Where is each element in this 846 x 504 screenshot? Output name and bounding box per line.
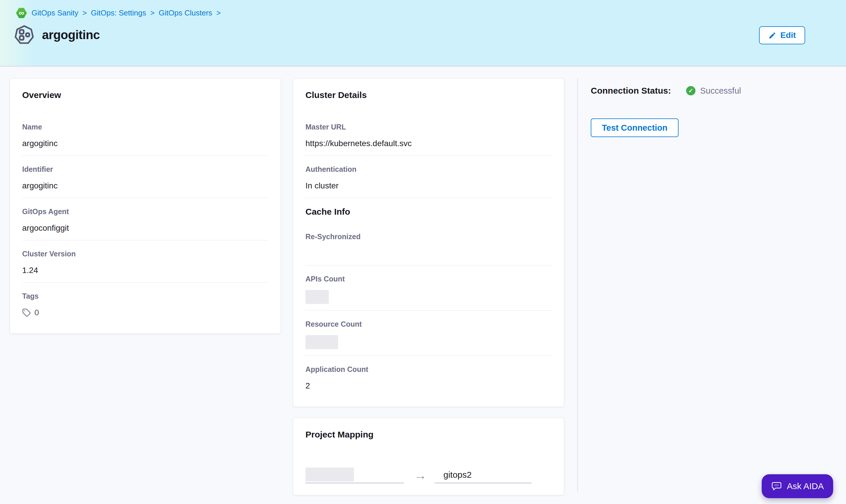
field-value: 1.24 bbox=[22, 265, 269, 276]
main-content: Overview Name argogitinc Identifier argo… bbox=[0, 67, 846, 492]
gitops-logo-icon: ∞ bbox=[16, 7, 27, 18]
breadcrumb-separator: > bbox=[82, 8, 87, 18]
breadcrumb-link-gitops-sanity[interactable]: GitOps Sanity bbox=[32, 8, 78, 18]
tags-count: 0 bbox=[34, 307, 39, 318]
overview-field-gitops-agent: GitOps Agent argoconfiggit bbox=[22, 207, 269, 240]
field-label: Name bbox=[22, 122, 269, 131]
mapping-arrow-icon: → bbox=[414, 469, 427, 482]
field-value: argogitinc bbox=[22, 180, 269, 191]
overview-field-name: Name argogitinc bbox=[22, 122, 269, 156]
field-label: Master URL bbox=[305, 122, 552, 131]
field-label: Re-Sychronized bbox=[305, 232, 552, 241]
page-title: argogitinc bbox=[42, 28, 100, 42]
details-field-master-url: Master URL https://kubernetes.default.sv… bbox=[305, 122, 552, 156]
cache-info-heading: Cache Info bbox=[305, 207, 552, 217]
field-value-empty bbox=[305, 248, 552, 259]
field-label: Application Count bbox=[305, 364, 552, 374]
page-header: ∞ GitOps Sanity > GitOps: Settings > Git… bbox=[0, 0, 846, 67]
mapping-source-field bbox=[305, 468, 404, 483]
title-row: argogitinc bbox=[0, 25, 846, 45]
project-mapping-card: Project Mapping → gitops2 bbox=[293, 418, 564, 495]
overview-field-cluster-version: Cluster Version 1.24 bbox=[22, 249, 269, 283]
field-value: 2 bbox=[305, 380, 552, 392]
mapping-target-field: gitops2 bbox=[435, 470, 532, 483]
breadcrumb-link-gitops-settings[interactable]: GitOps: Settings bbox=[91, 8, 146, 18]
details-field-authentication: Authentication In cluster bbox=[305, 164, 552, 198]
breadcrumb-link-gitops-clusters[interactable]: GitOps Clusters bbox=[159, 8, 212, 18]
cache-field-resynchronized: Re-Sychronized bbox=[305, 232, 552, 266]
overview-card: Overview Name argogitinc Identifier argo… bbox=[10, 78, 281, 334]
chat-bubble-icon bbox=[771, 481, 782, 492]
connection-status-value: Successful bbox=[700, 86, 741, 96]
field-label: Tags bbox=[22, 291, 269, 301]
field-value: https://kubernetes.default.svc bbox=[305, 138, 552, 149]
ask-aida-label: Ask AIDA bbox=[787, 481, 824, 491]
overview-field-tags: Tags 0 bbox=[22, 291, 269, 325]
connection-status-label: Connection Status: bbox=[591, 86, 671, 96]
connection-panel: Connection Status: ✓ Successful Test Con… bbox=[577, 78, 846, 492]
ask-aida-button[interactable]: Ask AIDA bbox=[762, 474, 833, 498]
field-label: Resource Count bbox=[305, 319, 552, 329]
cache-field-apis-count: APIs Count bbox=[305, 274, 552, 311]
skeleton-placeholder bbox=[305, 468, 354, 482]
field-label: GitOps Agent bbox=[22, 207, 269, 216]
breadcrumb-separator: > bbox=[150, 8, 155, 18]
edit-button[interactable]: Edit bbox=[759, 26, 805, 44]
pencil-icon bbox=[769, 32, 776, 39]
cluster-details-card: Cluster Details Master URL https://kuber… bbox=[293, 78, 564, 407]
test-connection-button[interactable]: Test Connection bbox=[591, 119, 679, 137]
project-mapping-heading: Project Mapping bbox=[305, 430, 552, 439]
cache-field-resource-count: Resource Count bbox=[305, 319, 552, 356]
skeleton-placeholder bbox=[305, 290, 329, 304]
skeleton-placeholder bbox=[305, 335, 338, 349]
mapping-target-value: gitops2 bbox=[444, 470, 472, 480]
field-label: APIs Count bbox=[305, 274, 552, 284]
field-label: Identifier bbox=[22, 164, 269, 174]
cluster-details-heading: Cluster Details bbox=[305, 90, 552, 100]
project-mapping-row: → gitops2 bbox=[305, 468, 552, 483]
breadcrumb: ∞ GitOps Sanity > GitOps: Settings > Git… bbox=[0, 0, 846, 18]
success-check-icon: ✓ bbox=[686, 86, 696, 95]
field-label: Authentication bbox=[305, 164, 552, 174]
field-value: argogitinc bbox=[22, 138, 269, 149]
field-value: In cluster bbox=[305, 180, 552, 191]
field-value: argoconfiggit bbox=[22, 222, 269, 234]
cache-field-application-count: Application Count 2 bbox=[305, 364, 552, 398]
edit-button-label: Edit bbox=[780, 31, 796, 40]
cluster-icon bbox=[14, 25, 34, 45]
breadcrumb-separator: > bbox=[216, 8, 221, 18]
overview-field-identifier: Identifier argogitinc bbox=[22, 164, 269, 198]
tag-icon bbox=[22, 308, 31, 317]
overview-heading: Overview bbox=[22, 90, 269, 100]
field-label: Cluster Version bbox=[22, 249, 269, 258]
